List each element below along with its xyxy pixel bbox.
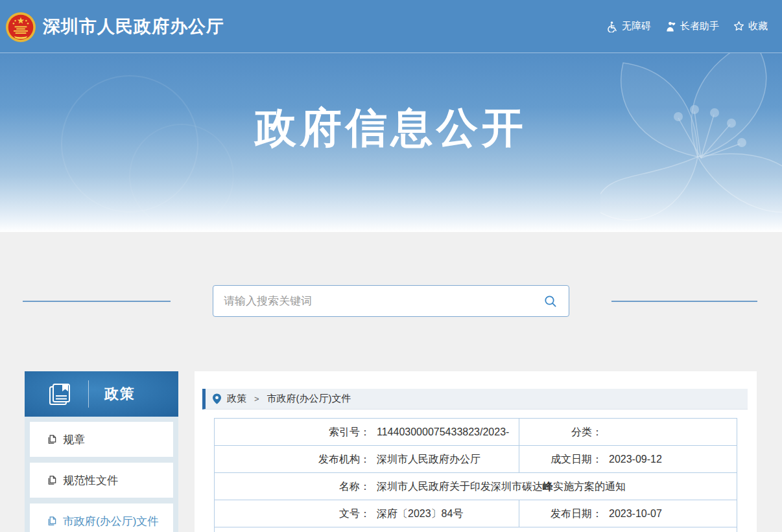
breadcrumb: 政策 > 市政府(办公厅)文件 xyxy=(202,389,748,410)
name-highlight: 峰 xyxy=(543,481,553,492)
doc-number-label: 文号： xyxy=(215,500,370,527)
sidebar-header: 政策 xyxy=(25,371,178,417)
publish-date-label: 发布日期： xyxy=(519,500,602,527)
table-row-agency-date: 发布机构：深圳市人民政府办公厅 成文日期：2023-09-12 xyxy=(215,446,737,473)
sidebar-item-normative-documents[interactable]: 规范性文件 xyxy=(30,463,173,498)
table-row-index-category: 索引号：114403000075433823/2023-00097 分类： xyxy=(215,419,737,446)
location-pin-icon xyxy=(213,393,221,404)
search-input[interactable] xyxy=(224,295,543,308)
sidebar-item-label: 规章 xyxy=(63,432,85,447)
doc-number-value: 深府〔2023〕84号 xyxy=(377,508,463,519)
index-cell: 索引号：114403000075433823/2023-00097 xyxy=(215,419,519,445)
category-cell: 分类： xyxy=(519,419,737,445)
sidebar-item-label: 市政府(办公厅)文件 xyxy=(63,514,158,529)
written-date-label: 成文日期： xyxy=(519,446,602,472)
favorite-link[interactable]: 收藏 xyxy=(733,20,768,32)
content-area: 政策 规章 xyxy=(0,232,782,532)
divider-line-right xyxy=(611,301,757,302)
breadcrumb-separator: > xyxy=(254,394,259,404)
breadcrumb-policy-link[interactable]: 政策 xyxy=(227,393,246,405)
accessibility-link[interactable]: 无障碍 xyxy=(607,20,651,32)
table-row-number-publish: 文号：深府〔2023〕84号 发布日期：2023-10-07 xyxy=(215,500,737,527)
elder-helper-icon xyxy=(665,21,676,32)
search-box xyxy=(213,285,569,317)
banner: 政府信息公开 xyxy=(0,53,782,232)
sidebar-menu: 规章 规范性文件 xyxy=(25,417,178,532)
document-icon xyxy=(47,475,57,485)
top-header: 深圳市人民政府办公厅 无障碍 长者助手 xyxy=(0,0,782,53)
main-panel: 政策 > 市政府(办公厅)文件 索引号：114403000075433823/2… xyxy=(195,371,757,532)
sidebar-title: 政策 xyxy=(104,384,136,404)
national-emblem-icon xyxy=(5,12,36,43)
page: 深圳市人民政府办公厅 无障碍 长者助手 xyxy=(0,0,782,532)
written-date-value: 2023-09-12 xyxy=(609,454,662,465)
table-row-partial xyxy=(215,527,737,532)
search-button[interactable] xyxy=(543,294,558,309)
site-title: 深圳市人民政府办公厅 xyxy=(43,15,224,38)
columns: 政策 规章 xyxy=(0,371,782,532)
accessibility-label: 无障碍 xyxy=(622,20,651,32)
brand[interactable]: 深圳市人民政府办公厅 xyxy=(5,10,224,43)
sidebar-item-label: 规范性文件 xyxy=(63,473,118,488)
doc-number-cell: 文号：深府〔2023〕84号 xyxy=(215,500,519,527)
document-icon xyxy=(47,434,57,445)
accessibility-icon xyxy=(607,21,618,32)
sidebar-item-regulations[interactable]: 规章 xyxy=(30,422,173,457)
agency-cell: 发布机构：深圳市人民政府办公厅 xyxy=(215,446,519,472)
table-row-name: 名称：深圳市人民政府关于印发深圳市碳达峰实施方案的通知 xyxy=(215,473,737,500)
category-label: 分类： xyxy=(519,419,602,445)
favorite-label: 收藏 xyxy=(748,20,768,32)
name-label: 名称： xyxy=(215,473,370,500)
agency-value: 深圳市人民政府办公厅 xyxy=(377,454,480,465)
search-section xyxy=(0,232,782,317)
document-meta-table: 索引号：114403000075433823/2023-00097 分类： 发布… xyxy=(214,418,737,532)
breadcrumb-current-link[interactable]: 市政府(办公厅)文件 xyxy=(267,393,351,405)
policy-book-icon xyxy=(47,381,73,407)
top-links: 无障碍 长者助手 收藏 xyxy=(607,20,768,32)
elder-helper-label: 长者助手 xyxy=(680,20,719,32)
divider-line-left xyxy=(23,301,171,302)
written-date-cell: 成文日期：2023-09-12 xyxy=(519,446,737,472)
document-icon xyxy=(47,516,57,526)
name-value: 深圳市人民政府关于印发深圳市碳达峰实施方案的通知 xyxy=(377,481,626,492)
star-icon xyxy=(733,21,744,32)
sidebar-item-municipal-government-documents[interactable]: 市政府(办公厅)文件 xyxy=(30,503,173,532)
elder-helper-link[interactable]: 长者助手 xyxy=(665,20,719,32)
agency-label: 发布机构： xyxy=(215,446,370,472)
publish-date-cell: 发布日期：2023-10-07 xyxy=(519,500,737,527)
sidebar-header-divider xyxy=(88,380,89,408)
search-icon xyxy=(544,295,557,308)
index-label: 索引号： xyxy=(215,419,370,445)
page-title: 政府信息公开 xyxy=(0,53,782,156)
name-cell: 名称：深圳市人民政府关于印发深圳市碳达峰实施方案的通知 xyxy=(215,473,737,500)
publish-date-value: 2023-10-07 xyxy=(609,508,662,519)
sidebar: 政策 规章 xyxy=(25,371,178,532)
